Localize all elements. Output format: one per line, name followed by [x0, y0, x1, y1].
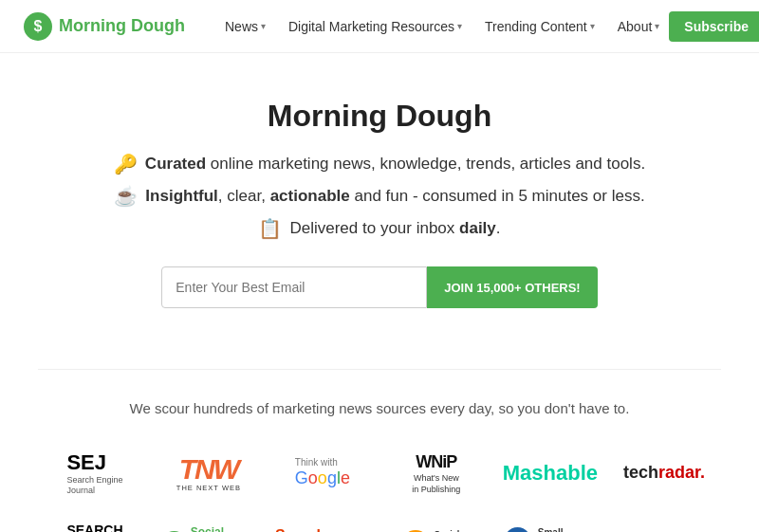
nav-item-news[interactable]: News ▾	[215, 13, 275, 40]
email-input[interactable]	[161, 266, 427, 308]
logo-search-engine-roundtable: SEARCH ENGINE ROUNDTABLE	[38, 515, 152, 532]
logo-mashable: Mashable	[493, 445, 607, 502]
logo-sej: SEJ Search EngineJournal	[38, 443, 152, 504]
nav-item-digital-marketing[interactable]: Digital Marketing Resources ▾	[279, 13, 472, 40]
nav-label-news: News	[225, 19, 258, 34]
chevron-down-icon: ▾	[655, 21, 659, 31]
bullet-1-text: Curated online marketing news, knowledge…	[145, 155, 645, 174]
hero-bullet-2: ☕ Insightful, clear, actionable and fun …	[114, 185, 644, 208]
logo-row-2: SEARCH ENGINE ROUNDTABLE S Social MediaT…	[38, 515, 721, 532]
nav-label-digital-marketing: Digital Marketing Resources	[288, 19, 454, 34]
section-divider	[38, 369, 721, 370]
bullet-3-text: Delivered to your inbox daily.	[289, 219, 500, 238]
hero-bullet-3: 📋 Delivered to your inbox daily.	[258, 217, 500, 240]
nav-label-trending: Trending Content	[485, 19, 587, 34]
nav-item-about[interactable]: About ▾	[608, 13, 670, 40]
coffee-icon: ☕	[114, 185, 138, 208]
logo-word: Morning	[59, 16, 126, 35]
logo-tnw: TNW THE NEXT WEB	[152, 445, 266, 502]
nav-label-about: About	[618, 19, 653, 34]
hero-title: Morning Dough	[23, 99, 736, 134]
nav-right: Subscribe 🔍	[669, 11, 759, 42]
logo-social-media-examiner: SM SocialMediaExaminer	[380, 516, 493, 532]
logo-social-media-today: S Social MediaToday	[152, 516, 266, 532]
sources-intro: We scour hundreds of marketing news sour…	[38, 400, 721, 416]
sources-section: We scour hundreds of marketing news sour…	[0, 400, 759, 532]
hero-bullets: 🔑 Curated online marketing news, knowled…	[23, 153, 736, 240]
email-row: JOIN 15,000+ OTHERS!	[23, 266, 736, 308]
site-logo[interactable]: $ Morning Dough	[23, 11, 185, 42]
chevron-down-icon: ▾	[261, 21, 266, 31]
inbox-icon: 📋	[258, 217, 282, 240]
chevron-down-icon: ▾	[590, 21, 595, 31]
logo-techradar: techradar.	[607, 445, 721, 502]
logo-think-google: Think with Google	[266, 445, 380, 502]
logo-ad-exchanger: ad exchanger	[607, 516, 721, 532]
logo-icon: $	[23, 11, 53, 42]
hero-section: Morning Dough 🔑 Curated online marketing…	[0, 53, 759, 339]
subscribe-button[interactable]: Subscribe	[669, 11, 759, 42]
nav-links: News ▾ Digital Marketing Resources ▾ Tre…	[215, 13, 669, 40]
logo-row-1: SEJ Search EngineJournal TNW THE NEXT WE…	[38, 443, 721, 504]
chevron-down-icon: ▾	[457, 21, 462, 31]
logo-accent: Dough	[131, 16, 185, 35]
logo-text: Morning Dough	[59, 16, 185, 36]
nav-item-trending[interactable]: Trending Content ▾	[475, 13, 604, 40]
key-icon: 🔑	[114, 153, 138, 175]
join-button[interactable]: JOIN 15,000+ OTHERS!	[427, 266, 597, 308]
hero-bullet-1: 🔑 Curated online marketing news, knowled…	[114, 153, 645, 175]
svg-text:$: $	[34, 18, 43, 34]
logo-search-engine-land: Search Engine Land	[266, 516, 380, 532]
bullet-2-text: Insightful, clear, actionable and fun - …	[145, 187, 644, 206]
logo-wnip: WNiP What's Newin Publishing	[380, 444, 493, 504]
logo-small-business-trends: SB Small BusinessTRENDS	[493, 516, 607, 532]
navbar: $ Morning Dough News ▾ Digital Marketing…	[0, 0, 759, 53]
